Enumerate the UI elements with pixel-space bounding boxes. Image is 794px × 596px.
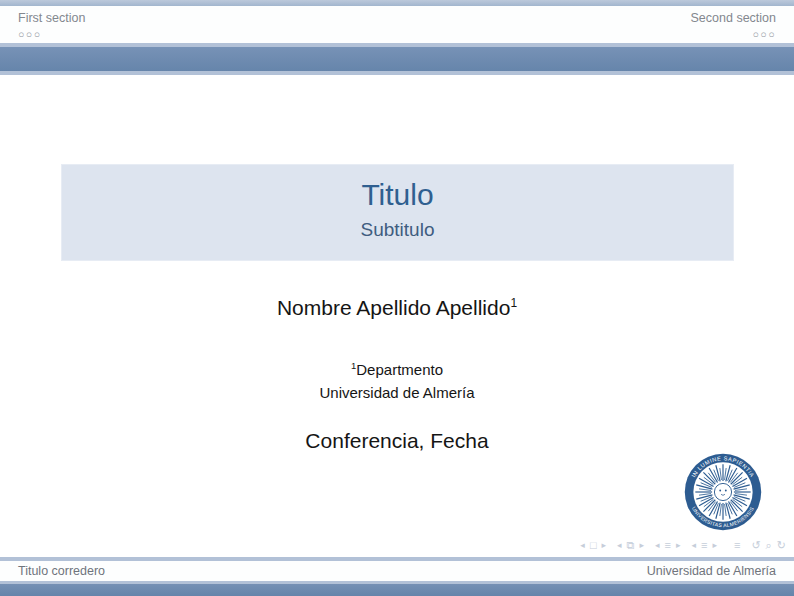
author-name: Nombre Apellido Apellido — [277, 296, 510, 319]
institute-university: Universidad de Almería — [0, 382, 794, 405]
author-line: Nombre Apellido Apellido1 — [0, 296, 794, 320]
nav-group-slide: ◂ □ ▸ — [580, 537, 606, 553]
subsection-back-icon[interactable]: ◂ — [655, 537, 660, 553]
header-navigation-bar: First section ○○○ Second section ○○○ — [0, 6, 794, 43]
slide-back-icon[interactable]: ◂ — [580, 537, 585, 553]
footer-institution: Universidad de Almería — [647, 564, 776, 578]
section-back-icon[interactable]: ◂ — [691, 537, 696, 553]
university-seal-logo: IN LUMINE SAPIENTIA UNIVERSITAS ALMERIEN… — [684, 453, 762, 531]
frame-icon[interactable]: ⧉ — [627, 537, 635, 553]
bottom-accent-bar — [0, 584, 794, 596]
back-icon[interactable]: ↺ — [751, 537, 760, 553]
slide-icon[interactable]: □ — [590, 537, 597, 553]
header-separator-bottom — [0, 71, 794, 75]
section-forward-icon[interactable]: ▸ — [712, 537, 717, 553]
footer-bar: Titulo corredero Universidad de Almería — [0, 561, 794, 581]
subsection-icon[interactable]: ≡ — [665, 537, 671, 553]
subsection-forward-icon[interactable]: ▸ — [676, 537, 681, 553]
nav-group-subsection: ◂ ≡ ▸ — [655, 537, 680, 553]
frame-back-icon[interactable]: ◂ — [617, 537, 622, 553]
frame-forward-icon[interactable]: ▸ — [639, 537, 644, 553]
institute-department: Departmento — [356, 361, 443, 378]
nav-group-history: ↺ ⌕ ↻ — [751, 537, 786, 553]
frame-dots-first[interactable]: ○○○ — [18, 28, 85, 41]
section-link-second[interactable]: Second section — [691, 11, 776, 26]
institute-block: 1Departmento Universidad de Almería — [0, 359, 794, 404]
footer-short-title: Titulo corredero — [18, 564, 105, 578]
beamer-title-slide: First section ○○○ Second section ○○○ Tit… — [0, 0, 794, 596]
slide-title: Titulo — [62, 176, 733, 214]
search-icon[interactable]: ⌕ — [766, 537, 772, 553]
header-accent-bar — [0, 47, 794, 71]
institute-department-line: 1Departmento — [0, 359, 794, 382]
conference-date-line: Conferencia, Fecha — [0, 429, 794, 453]
section-nav-first: First section ○○○ — [18, 11, 85, 41]
section-link-first[interactable]: First section — [18, 11, 85, 26]
nav-group-frame: ◂ ⧉ ▸ — [617, 537, 644, 553]
title-box: Titulo Subtitulo — [61, 164, 734, 261]
appendix-icon[interactable]: ≡ — [734, 537, 740, 553]
section-nav-second: Second section ○○○ — [691, 11, 776, 41]
frame-dots-second[interactable]: ○○○ — [752, 28, 776, 41]
author-footnote-mark: 1 — [510, 296, 517, 310]
slide-subtitle: Subtitulo — [62, 217, 733, 243]
slide-forward-icon[interactable]: ▸ — [602, 537, 607, 553]
forward-icon[interactable]: ↻ — [777, 537, 786, 553]
section-icon[interactable]: ≡ — [701, 537, 707, 553]
nav-group-section: ◂ ≡ ▸ — [691, 537, 716, 553]
beamer-navigation-symbols: ◂ □ ▸ ◂ ⧉ ▸ ◂ ≡ ▸ ◂ ≡ ▸ ≡ ↺ ⌕ ↻ — [569, 537, 786, 553]
